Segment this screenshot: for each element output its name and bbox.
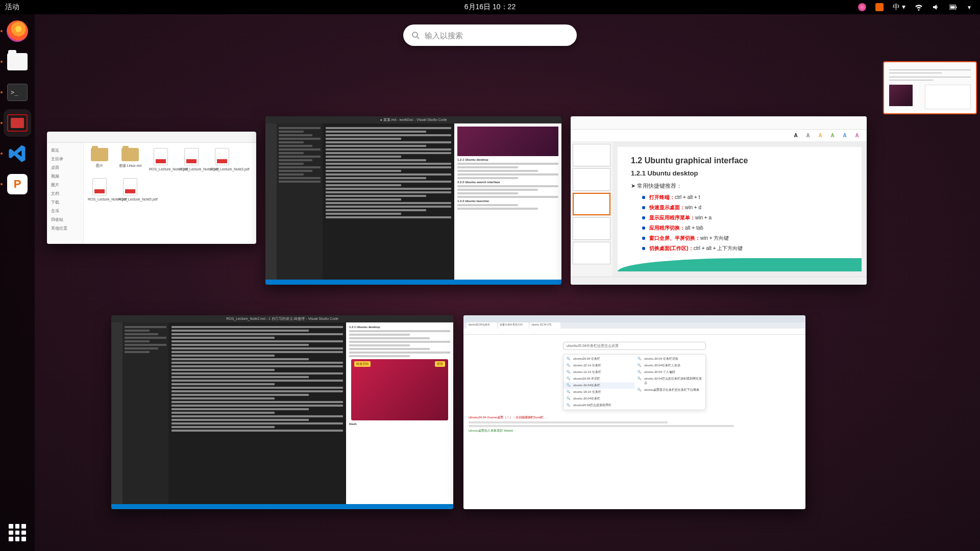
fm-item[interactable]: ROS_Lecture_Note4.pdf xyxy=(88,178,111,201)
ime-label: 中 xyxy=(893,3,900,11)
wps-slide-thumbnails[interactable] xyxy=(571,142,612,277)
fm-side-item[interactable]: 下载 xyxy=(49,198,81,207)
browser-viewport[interactable]: ubuntu20.04任务栏位置怎么设置 ubuntu20.04 任务栏 ubu… xyxy=(463,335,805,509)
vscode-preview[interactable]: 1.2.1 Ubuntu desktop 快速启动 设置 Dash xyxy=(346,322,453,504)
tray-app1-icon[interactable] xyxy=(858,3,866,11)
slide-thumb[interactable] xyxy=(573,144,610,166)
fm-side-item[interactable]: 图片 xyxy=(49,181,81,189)
preview-hero-image xyxy=(457,127,558,156)
search-result[interactable]: Ubuntu20.04 Gnome桌面（二）：自动隐藏侧栏Dock栏 ... U… xyxy=(469,415,800,433)
suggestion-item[interactable]: ubuntu 20.04 任务栏消失 xyxy=(634,356,705,362)
font-color-swatch[interactable]: A xyxy=(852,131,862,140)
suggestion-item[interactable]: ubuntu 22.14 任务栏 xyxy=(564,362,634,369)
font-color-swatch[interactable]: A xyxy=(791,131,800,140)
fm-side-item[interactable]: 其他位置 xyxy=(49,224,81,233)
dock-vscode[interactable] xyxy=(4,140,31,167)
fm-item-label: ROS_Lecture_Note5.pdf xyxy=(118,197,158,201)
dock-wps[interactable]: P xyxy=(4,170,31,198)
window-vscode-2[interactable]: ROS_Lecture_Note2.md - 1 自己写的讲义-终整理 - Vi… xyxy=(111,315,453,509)
workspace-thumbnail-1[interactable] xyxy=(883,61,977,114)
fm-item[interactable]: ROS_Lecture_Note5.pdf xyxy=(118,178,142,201)
search-input[interactable] xyxy=(425,31,569,40)
fm-side-item[interactable]: 最近 xyxy=(49,146,81,155)
suggestion-item[interactable]: ubuntu20.04 任务栏 xyxy=(564,356,634,362)
vscode-icon xyxy=(8,144,27,163)
suggestion-item[interactable]: ubuntu 12.14 任务栏 xyxy=(564,369,634,375)
suggestion-item[interactable]: ubuntu 18.10 任务栏 xyxy=(564,389,634,395)
battery-icon[interactable] xyxy=(949,3,958,11)
firefox-icon xyxy=(7,20,28,42)
show-applications-button[interactable] xyxy=(4,523,31,551)
browser-tab[interactable]: ubuntu20.04任务栏 xyxy=(467,322,497,329)
tray-app2-icon[interactable] xyxy=(875,3,884,11)
wps-slide-canvas[interactable]: 1.2 Ubuntu graphical interface 1.2.1 Ubu… xyxy=(618,147,862,271)
files-icon xyxy=(7,53,28,70)
preview-heading: 1.2.1 Ubuntu desktop xyxy=(349,325,380,329)
slide-thumb[interactable] xyxy=(573,193,610,215)
suggestion-item[interactable]: ubuntu 20.04任务栏上失误 xyxy=(634,362,705,369)
slide-text: ➤ 常用快捷键推荐： xyxy=(631,182,848,190)
system-menu-chevron-icon[interactable]: ▼ xyxy=(967,5,972,10)
browser-tabstrip[interactable]: ubuntu20.04任务栏 设置文档共享及打印 ubuntu 22.04 LT… xyxy=(463,322,805,329)
bing-search-box[interactable]: ubuntu20.04任务栏位置怎么设置 xyxy=(563,342,706,350)
fm-side-item[interactable]: 音乐 xyxy=(49,207,81,215)
fm-item[interactable]: ROS_Lecture_Note1.pdf xyxy=(149,148,173,171)
fm-side-item[interactable]: 回收站 xyxy=(49,215,81,224)
ime-indicator[interactable]: 中 ▾ xyxy=(893,3,905,12)
suggestion-item[interactable]: ubuntu20.04怎么设置程序栏 xyxy=(564,402,634,409)
suggestion-item[interactable]: ubuntu 20.04怎么把任务栏放到底部网页显示 xyxy=(634,375,705,387)
fm-item[interactable]: 图片 xyxy=(88,148,111,171)
browser-tab[interactable]: 设置文档共享及打印 xyxy=(498,322,529,329)
network-icon[interactable] xyxy=(915,3,923,11)
preview-heading: 2.2.2 Ubuntu search interface xyxy=(457,181,500,184)
browser-tab[interactable]: ubuntu 22.04 LTS xyxy=(530,322,560,329)
fm-item[interactable]: 老版 Linux.md xyxy=(118,148,142,171)
vscode-titlebar: ● 某某.md - workDoc - Visual Studio Code xyxy=(265,116,561,123)
suggestion-item[interactable]: ubuntu20.04 开启栏 xyxy=(564,375,634,382)
window-wps[interactable]: WPS Presentation A A A A A A 1.2 Ubuntu … xyxy=(571,116,867,285)
dock-terminal[interactable] xyxy=(4,79,31,106)
fm-item[interactable]: ROS_Lecture_Note3.pdf xyxy=(210,148,234,171)
clock[interactable]: 6月16日 10：22 xyxy=(464,3,516,12)
window-browser[interactable]: ubuntu20.04任务栏 - 必应 ubuntu20.04任务栏 设置文档共… xyxy=(463,315,805,509)
vscode-sidebar[interactable] xyxy=(277,123,323,280)
slide-thumb[interactable] xyxy=(573,217,610,240)
activities-search[interactable] xyxy=(403,24,577,46)
vscode-activity-bar[interactable] xyxy=(265,123,277,280)
activities-button[interactable]: 活动 xyxy=(0,3,19,12)
font-color-swatch[interactable]: A xyxy=(828,131,837,140)
suggestion-item[interactable]: ubuntu 20.04任务栏 xyxy=(564,395,634,402)
volume-icon[interactable] xyxy=(932,3,940,11)
slide-thumb[interactable] xyxy=(573,242,610,264)
fm-side-item[interactable]: 视频 xyxy=(49,172,81,181)
screenshot-icon xyxy=(7,114,28,132)
fm-sidebar: 最近 主目录 桌面 视频 图片 文档 下载 音乐 回收站 其他位置 xyxy=(47,143,84,244)
font-color-swatch[interactable]: A xyxy=(803,131,813,140)
vscode-status-bar[interactable] xyxy=(111,504,453,509)
fm-item[interactable]: ROS_Lecture_Note2.pdf xyxy=(180,148,203,171)
wps-ribbon[interactable]: A A A A A A xyxy=(571,130,867,142)
slide-thumb[interactable] xyxy=(573,168,610,191)
slide-list: 打开终端：ctrl + alt + t 快速显示桌面：win + d 显示应用程… xyxy=(631,194,848,252)
vscode-preview[interactable]: 1.2.1 Ubuntu desktop 2.2.2 Ubuntu search… xyxy=(454,123,561,280)
fm-side-item[interactable]: 文档 xyxy=(49,189,81,198)
dock-screenshot[interactable] xyxy=(4,109,31,137)
suggestion-item[interactable]: ubuntu桌面显示任务栏把任务栏下拉菜单 xyxy=(634,387,705,393)
window-vscode-1[interactable]: ● 某某.md - workDoc - Visual Studio Code ●… xyxy=(265,116,561,285)
svg-point-3 xyxy=(412,32,418,37)
vscode-editor[interactable] xyxy=(168,322,346,504)
fm-side-item[interactable]: 桌面 xyxy=(49,163,81,172)
browser-address-bar[interactable] xyxy=(463,329,805,335)
suggestion-item[interactable]: ubuntu 20.04 个人偏好 xyxy=(634,369,705,375)
window-file-manager[interactable]: ROS课程讲义 最近 主目录 桌面 视频 图片 文档 下载 音乐 回收站 其他位… xyxy=(47,132,256,244)
dock-files[interactable] xyxy=(4,48,31,76)
font-color-swatch[interactable]: A xyxy=(816,131,825,140)
font-color-swatch[interactable]: A xyxy=(840,131,849,140)
dock-firefox[interactable] xyxy=(4,17,31,45)
vscode-activity-bar[interactable] xyxy=(111,322,122,504)
suggestion-item[interactable]: ubuntu 22.04任务栏 xyxy=(564,382,634,389)
vscode-status-bar[interactable] xyxy=(265,280,561,285)
vscode-sidebar[interactable] xyxy=(122,322,168,504)
vscode-editor[interactable] xyxy=(323,123,454,280)
fm-side-item[interactable]: 主目录 xyxy=(49,155,81,163)
